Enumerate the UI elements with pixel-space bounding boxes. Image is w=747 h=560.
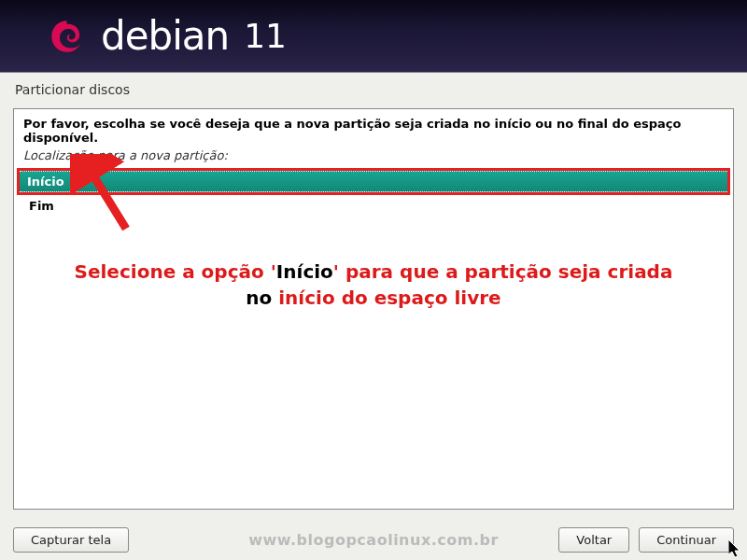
continue-button[interactable]: Continuar — [639, 527, 734, 553]
debian-swirl-icon — [47, 16, 88, 57]
annot-part: Selecione a opção ' — [75, 260, 276, 283]
brand-version: 11 — [244, 17, 287, 55]
brand-name: debian — [101, 13, 229, 59]
footer-right: Voltar Continuar — [558, 527, 734, 553]
highlight-box: Início — [17, 168, 730, 195]
annot-part: no — [246, 287, 278, 309]
back-button[interactable]: Voltar — [558, 527, 629, 553]
instruction-text: Por favor, escolha se você deseja que a … — [23, 117, 724, 145]
annotation-text: Selecione a opção 'Início' para que a pa… — [14, 259, 733, 311]
annot-part: Início — [276, 260, 333, 283]
screenshot-button[interactable]: Capturar tela — [13, 527, 129, 553]
option-inicio[interactable]: Início — [20, 171, 727, 192]
annot-part: ' para que a partição seja criada — [333, 260, 673, 283]
arrow-icon — [70, 154, 145, 238]
option-fim[interactable]: Fim — [23, 197, 724, 215]
page-title: Particionar discos — [0, 73, 747, 108]
subtitle-text: Localização para a nova partição: — [23, 148, 724, 162]
footer-bar: Capturar tela Voltar Continuar — [13, 527, 734, 553]
main-panel: Por favor, escolha se você deseja que a … — [13, 108, 734, 510]
installer-header: debian 11 — [0, 0, 747, 73]
annot-part: início do espaço livre — [278, 287, 500, 309]
